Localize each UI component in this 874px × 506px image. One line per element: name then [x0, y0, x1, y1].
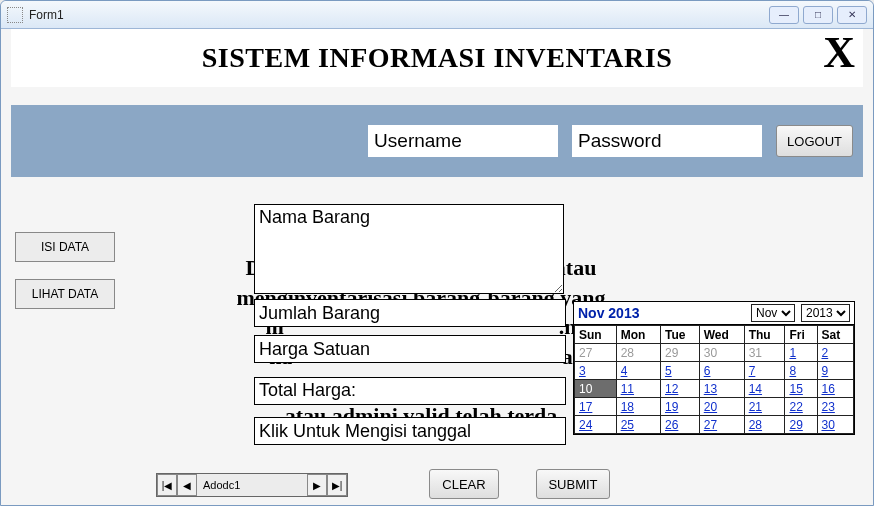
total-harga-label: Total Harga: [254, 377, 566, 405]
calendar-title: Nov 2013 [578, 305, 745, 321]
calendar-widget: Nov 2013 Nov 2013 SunMonTueWedThuFriSat … [573, 301, 855, 435]
close-button[interactable]: ✕ [837, 6, 867, 24]
calendar-day-cell[interactable]: 4 [616, 362, 660, 380]
calendar-day-header: Tue [660, 326, 699, 344]
calendar-day-cell[interactable]: 10 [575, 380, 617, 398]
nav-last-button[interactable]: ▶| [327, 474, 347, 496]
client-area: SISTEM INFORMASI INVENTARIS X LOGOUT ISI… [1, 29, 873, 505]
header-strip: SISTEM INFORMASI INVENTARIS X [11, 29, 863, 87]
password-input[interactable] [572, 125, 762, 157]
nav-prev-button[interactable]: ◀ [177, 474, 197, 496]
logout-button[interactable]: LOGOUT [776, 125, 853, 157]
calendar-day-header: Fri [785, 326, 817, 344]
calendar-day-header: Mon [616, 326, 660, 344]
harga-satuan-input[interactable] [254, 335, 566, 363]
calendar-day-cell[interactable]: 6 [699, 362, 744, 380]
calendar-day-cell[interactable]: 22 [785, 398, 817, 416]
calendar-day-header: Sat [817, 326, 854, 344]
isi-data-button[interactable]: ISI DATA [15, 232, 115, 262]
calendar-day-cell[interactable]: 18 [616, 398, 660, 416]
calendar-day-cell[interactable]: 8 [785, 362, 817, 380]
calendar-grid: SunMonTueWedThuFriSat 272829303112345678… [574, 325, 854, 434]
calendar-day-cell[interactable]: 2 [817, 344, 854, 362]
exit-x-button[interactable]: X [823, 27, 855, 78]
calendar-day-cell[interactable]: 31 [744, 344, 785, 362]
nav-next-button[interactable]: ▶ [307, 474, 327, 496]
tanggal-input[interactable] [254, 417, 566, 445]
calendar-day-cell[interactable]: 5 [660, 362, 699, 380]
titlebar: Form1 — □ ✕ [1, 1, 873, 29]
calendar-day-cell[interactable]: 26 [660, 416, 699, 434]
calendar-day-header: Wed [699, 326, 744, 344]
calendar-day-cell[interactable]: 30 [817, 416, 854, 434]
nav-label: Adodc1 [197, 474, 307, 496]
calendar-day-cell[interactable]: 1 [785, 344, 817, 362]
maximize-button[interactable]: □ [803, 6, 833, 24]
calendar-day-cell[interactable]: 24 [575, 416, 617, 434]
calendar-day-cell[interactable]: 23 [817, 398, 854, 416]
calendar-day-cell[interactable]: 13 [699, 380, 744, 398]
calendar-day-cell[interactable]: 29 [660, 344, 699, 362]
calendar-day-cell[interactable]: 27 [699, 416, 744, 434]
jumlah-barang-input[interactable] [254, 299, 566, 327]
nav-first-button[interactable]: |◀ [157, 474, 177, 496]
calendar-day-cell[interactable]: 11 [616, 380, 660, 398]
calendar-day-cell[interactable]: 3 [575, 362, 617, 380]
app-icon [7, 7, 23, 23]
page-title: SISTEM INFORMASI INVENTARIS [202, 42, 672, 74]
calendar-day-header: Thu [744, 326, 785, 344]
calendar-day-cell[interactable]: 15 [785, 380, 817, 398]
calendar-day-cell[interactable]: 7 [744, 362, 785, 380]
calendar-month-select[interactable]: Nov [751, 304, 795, 322]
calendar-day-cell[interactable]: 30 [699, 344, 744, 362]
minimize-button[interactable]: — [769, 6, 799, 24]
calendar-day-cell[interactable]: 29 [785, 416, 817, 434]
data-navigator: |◀ ◀ Adodc1 ▶ ▶| [156, 473, 348, 497]
username-input[interactable] [368, 125, 558, 157]
calendar-day-cell[interactable]: 28 [744, 416, 785, 434]
calendar-day-cell[interactable]: 14 [744, 380, 785, 398]
calendar-day-cell[interactable]: 21 [744, 398, 785, 416]
login-bar: LOGOUT [11, 105, 863, 177]
calendar-day-header: Sun [575, 326, 617, 344]
calendar-day-cell[interactable]: 20 [699, 398, 744, 416]
calendar-day-cell[interactable]: 17 [575, 398, 617, 416]
calendar-day-cell[interactable]: 19 [660, 398, 699, 416]
window-frame: Form1 — □ ✕ SISTEM INFORMASI INVENTARIS … [0, 0, 874, 506]
calendar-day-cell[interactable]: 25 [616, 416, 660, 434]
window-title: Form1 [29, 8, 64, 22]
lihat-data-button[interactable]: LIHAT DATA [15, 279, 115, 309]
calendar-day-cell[interactable]: 16 [817, 380, 854, 398]
clear-button[interactable]: CLEAR [429, 469, 499, 499]
calendar-day-cell[interactable]: 28 [616, 344, 660, 362]
calendar-year-select[interactable]: 2013 [801, 304, 850, 322]
submit-button[interactable]: SUBMIT [536, 469, 610, 499]
nama-barang-input[interactable]: Nama Barang [254, 204, 564, 294]
calendar-day-cell[interactable]: 27 [575, 344, 617, 362]
calendar-day-cell[interactable]: 12 [660, 380, 699, 398]
calendar-day-cell[interactable]: 9 [817, 362, 854, 380]
